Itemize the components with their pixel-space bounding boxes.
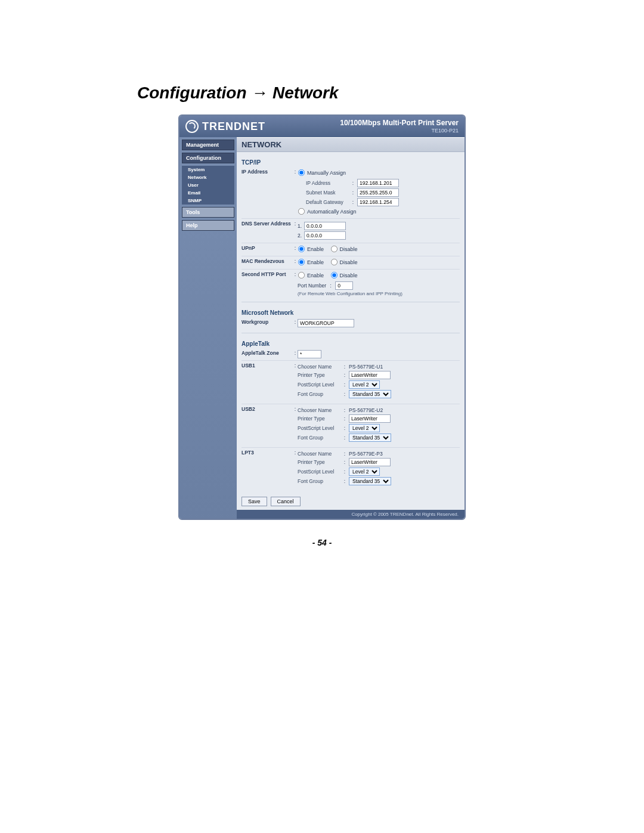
subnet-sublabel: Subnet Mask: [306, 190, 349, 196]
ip-manual-radio[interactable]: Manually Assign: [298, 169, 346, 176]
appletalk-zone-label: AppleTalk Zone: [242, 350, 293, 356]
usb2-font-group-label: Font Group: [298, 435, 340, 441]
header-bar: TRENDNET 10/100Mbps Multi-Port Print Ser…: [179, 116, 465, 137]
dns-label: DNS Server Address: [242, 221, 293, 227]
usb1-ps-level-select[interactable]: Level 2: [349, 380, 380, 389]
page-title: NETWORK: [237, 137, 465, 152]
lpt3-printer-type-label: Printer Type: [298, 459, 340, 465]
nav-sub-email[interactable]: Email: [182, 189, 234, 197]
dns1-num: 1.: [298, 223, 302, 229]
port-number-label: Port Number: [298, 283, 326, 289]
cancel-button[interactable]: Cancel: [271, 497, 301, 506]
mac-disable[interactable]: Disable: [330, 258, 358, 266]
nav-sub-snmp[interactable]: SNMP: [182, 197, 234, 205]
usb1-chooser-value: PS-56779E-U1: [349, 364, 383, 370]
lpt3-ps-level-label: PostScript Level: [298, 469, 340, 475]
gateway-input[interactable]: [357, 198, 399, 206]
nav-sub-user[interactable]: User: [182, 181, 234, 189]
port-number-input[interactable]: [335, 281, 353, 290]
ip-auto-radio[interactable]: Automatically Assign: [298, 208, 357, 215]
ip-sublabel: IP Address: [306, 180, 349, 186]
port-note: (For Remote Web Configuration and IPP Pr…: [298, 291, 460, 296]
document-heading: Configuration → Network: [137, 83, 644, 103]
usb2-chooser-value: PS-56779E-U2: [349, 407, 383, 413]
page-number: - 54 -: [0, 538, 644, 547]
usb2-font-group-select[interactable]: Standard 35: [349, 433, 391, 442]
dns2-num: 2.: [298, 233, 302, 239]
ip-address-label: IP Address: [242, 169, 293, 175]
usb2-chooser-label: Chooser Name: [298, 407, 340, 413]
usb1-printer-type-label: Printer Type: [298, 372, 340, 378]
sidebar: Management Configuration System Network …: [179, 137, 237, 519]
appletalk-zone-input[interactable]: [298, 350, 321, 358]
nav-sub-system[interactable]: System: [182, 166, 234, 174]
usb1-chooser-label: Chooser Name: [298, 364, 340, 370]
nav-tools[interactable]: Tools: [182, 207, 234, 218]
section-tcpip-title: TCP/IP: [242, 159, 460, 166]
usb1-printer-type-input[interactable]: [349, 371, 391, 379]
lpt3-font-group-label: Font Group: [298, 478, 340, 484]
nav-management[interactable]: Management: [182, 140, 234, 150]
upnp-label: UPnP: [242, 245, 293, 251]
section-msnet-title: Microsoft Network: [242, 309, 460, 316]
dns2-input[interactable]: [304, 231, 346, 240]
mac-rendezvous-label: MAC Rendezvous: [242, 258, 293, 264]
usb2-printer-type-input[interactable]: [349, 414, 391, 423]
upnp-disable[interactable]: Disable: [330, 245, 358, 253]
nav-help[interactable]: Help: [182, 220, 234, 231]
http-enable[interactable]: Enable: [298, 271, 324, 279]
ip-input[interactable]: [357, 179, 399, 187]
product-model: TE100-P21: [340, 128, 459, 134]
lpt3-chooser-value: PS-56779E-P3: [349, 451, 383, 457]
usb2-ps-level-label: PostScript Level: [298, 425, 340, 431]
usb1-ps-level-label: PostScript Level: [298, 382, 340, 388]
copyright-footer: Copyright © 2005 TRENDnet. All Rights Re…: [237, 510, 465, 519]
usb1-font-group-label: Font Group: [298, 391, 340, 397]
lpt3-chooser-label: Chooser Name: [298, 451, 340, 457]
usb1-label: USB1: [242, 363, 293, 368]
gateway-sublabel: Default Gateway: [306, 199, 349, 205]
upnp-enable[interactable]: Enable: [298, 245, 324, 253]
workgroup-label: Workgroup: [242, 319, 293, 325]
save-button[interactable]: Save: [242, 497, 267, 506]
lpt3-font-group-select[interactable]: Standard 35: [349, 477, 391, 485]
usb2-label: USB2: [242, 406, 293, 412]
section-appletalk-title: AppleTalk: [242, 340, 460, 347]
usb1-font-group-select[interactable]: Standard 35: [349, 390, 391, 398]
usb2-ps-level-select[interactable]: Level 2: [349, 424, 380, 432]
mac-enable[interactable]: Enable: [298, 258, 324, 266]
subnet-input[interactable]: [357, 188, 399, 197]
second-http-label: Second HTTP Port: [242, 271, 293, 277]
nav-configuration[interactable]: Configuration: [182, 153, 234, 163]
lpt3-ps-level-select[interactable]: Level 2: [349, 467, 380, 476]
brand-text: TRENDNET: [202, 120, 265, 133]
logo: TRENDNET: [185, 120, 265, 133]
usb2-printer-type-label: Printer Type: [298, 416, 340, 422]
swirl-icon: [185, 120, 199, 133]
workgroup-input[interactable]: [298, 319, 354, 327]
lpt3-label: LPT3: [242, 450, 293, 456]
dns1-input[interactable]: [304, 222, 346, 230]
lpt3-printer-type-input[interactable]: [349, 458, 391, 466]
product-title: 10/100Mbps Multi-Port Print Server: [340, 119, 459, 127]
nav-sub-network[interactable]: Network: [182, 174, 234, 181]
router-admin-screenshot: TRENDNET 10/100Mbps Multi-Port Print Ser…: [178, 114, 466, 520]
http-disable[interactable]: Disable: [330, 271, 358, 279]
